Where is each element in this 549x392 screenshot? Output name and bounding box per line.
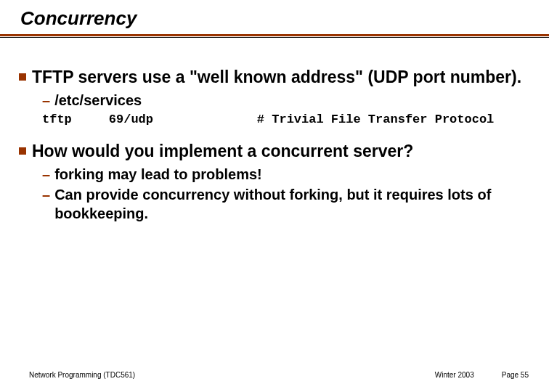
bullet-item-2: How would you implement a concurrent ser… <box>19 141 530 162</box>
footer: Network Programming (TDC561) Winter 2003… <box>0 371 549 379</box>
divider-thick <box>0 34 549 36</box>
bullet-text-1: TFTP servers use a "well known address" … <box>32 67 521 88</box>
dash-icon: – <box>42 91 50 110</box>
bullet-icon <box>19 147 26 155</box>
bullet-icon <box>19 73 26 81</box>
sub-text-2b: Can provide concurrency without forking,… <box>54 185 530 223</box>
footer-page: Page 55 <box>502 371 529 379</box>
content-area: TFTP servers use a "well known address" … <box>0 38 549 223</box>
sub-text-1: /etc/services <box>54 91 142 110</box>
sub-item-2a: – forking may lead to problems! <box>42 165 530 184</box>
footer-term: Winter 2003 <box>435 371 474 379</box>
sub-text-2a: forking may lead to problems! <box>54 165 262 184</box>
title-area: Concurrency <box>0 0 549 30</box>
code-line: tftp 69/udp # Trivial File Transfer Prot… <box>42 113 530 126</box>
footer-left: Network Programming (TDC561) <box>29 371 135 379</box>
dash-icon: – <box>42 185 50 223</box>
footer-right-group: Winter 2003 Page 55 <box>435 371 529 379</box>
bullet-text-2: How would you implement a concurrent ser… <box>32 141 413 162</box>
section-2: How would you implement a concurrent ser… <box>19 141 530 223</box>
bullet-item-1: TFTP servers use a "well known address" … <box>19 67 530 88</box>
sub-item-1: – /etc/services <box>42 91 530 110</box>
dash-icon: – <box>42 165 50 184</box>
sub-item-2b: – Can provide concurrency without forkin… <box>42 185 530 223</box>
slide-title: Concurrency <box>20 7 549 30</box>
